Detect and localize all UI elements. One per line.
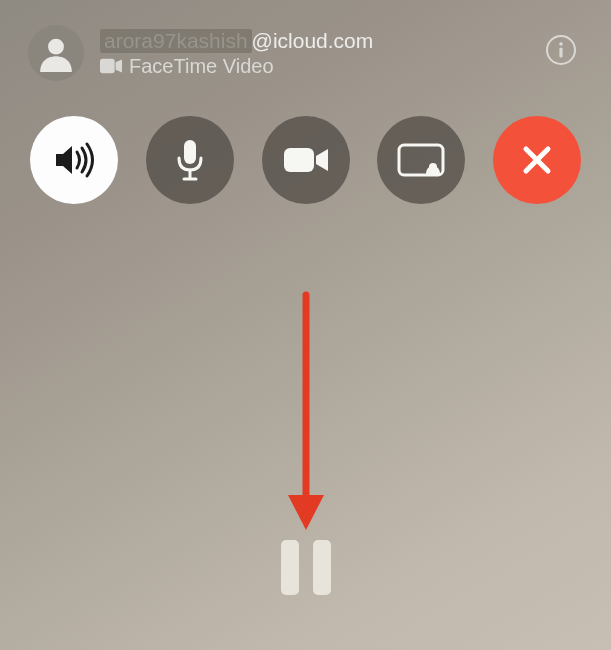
svg-point-0 <box>48 39 64 55</box>
speaker-button[interactable] <box>30 116 118 204</box>
speaker-icon <box>50 140 98 180</box>
info-button[interactable] <box>541 30 581 70</box>
svg-rect-8 <box>284 148 314 172</box>
svg-marker-14 <box>288 495 324 530</box>
contact-name-blurred: arora97kashish <box>100 29 252 53</box>
close-icon <box>520 143 554 177</box>
contact-avatar <box>28 25 84 81</box>
call-type: FaceTime Video <box>100 55 373 78</box>
camera-icon <box>282 144 330 176</box>
mute-button[interactable] <box>146 116 234 204</box>
call-type-label: FaceTime Video <box>129 55 274 78</box>
contact-info: arora97kashish@icloud.com FaceTime Video <box>100 29 373 78</box>
call-controls <box>0 91 611 204</box>
person-silhouette-icon <box>37 34 75 72</box>
svg-rect-5 <box>184 140 196 164</box>
contact-name-suffix: @icloud.com <box>252 29 374 53</box>
pause-indicator <box>281 540 331 595</box>
info-icon <box>545 34 577 66</box>
video-icon <box>100 58 122 74</box>
screenshare-icon <box>396 142 446 178</box>
pause-bar-right <box>313 540 331 595</box>
contact-name: arora97kashish@icloud.com <box>100 29 373 53</box>
microphone-icon <box>175 138 205 182</box>
svg-rect-4 <box>559 48 562 58</box>
pause-bar-left <box>281 540 299 595</box>
svg-rect-1 <box>100 59 115 74</box>
screenshare-button[interactable] <box>377 116 465 204</box>
svg-point-3 <box>559 42 563 46</box>
end-call-button[interactable] <box>493 116 581 204</box>
arrow-annotation <box>276 290 336 540</box>
call-header: arora97kashish@icloud.com FaceTime Video <box>0 0 611 91</box>
camera-button[interactable] <box>262 116 350 204</box>
